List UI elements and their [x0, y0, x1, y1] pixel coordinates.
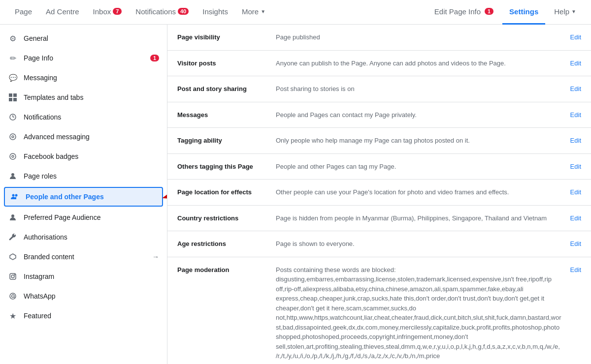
nav-notifications[interactable]: Notifications 40 [129, 0, 196, 25]
settings-row: Age restrictionsPage is shown to everyon… [167, 231, 591, 257]
svg-marker-17 [10, 254, 16, 260]
settings-edit-button[interactable]: Edit [561, 162, 581, 170]
people-icon [10, 192, 20, 202]
settings-label: Page visibility [177, 32, 276, 41]
nav-page[interactable]: Page [8, 0, 39, 25]
sidebar-item-facebook-badges[interactable]: Facebook badges [0, 147, 167, 166]
settings-row: Country restrictionsPage is hidden from … [167, 206, 591, 232]
badges-icon [8, 152, 18, 161]
sidebar-item-authorisations[interactable]: Authorisations [0, 227, 167, 247]
settings-value: Page published [276, 32, 561, 42]
sidebar-label-facebook-badges: Facebook badges [24, 152, 159, 160]
settings-value: Anyone can publish to the Page. Anyone c… [276, 59, 561, 68]
settings-edit-button[interactable]: Edit [561, 265, 581, 273]
nav-more[interactable]: More ▼ [235, 0, 272, 25]
sidebar-item-instagram[interactable]: Instagram [0, 267, 167, 286]
settings-row: Visitor postsAnyone can publish to the P… [167, 51, 591, 77]
nav-inbox-label: Inbox [93, 7, 111, 16]
nav-ad-centre[interactable]: Ad Centre [39, 0, 86, 25]
settings-value: Page is shown to everyone. [276, 239, 561, 249]
settings-edit-button[interactable]: Edit [561, 136, 581, 144]
settings-value: People and other Pages can tag my Page. [276, 162, 561, 172]
nav-edit-page-badge: 1 [485, 8, 493, 15]
nav-more-label: More [242, 7, 259, 16]
chevron-down-icon: ▼ [571, 9, 576, 14]
nav-ad-centre-label: Ad Centre [46, 7, 79, 16]
sidebar-item-preferred-audience[interactable]: Preferred Page Audience [0, 208, 167, 227]
svg-point-10 [12, 155, 14, 157]
settings-label: Page location for effects [177, 187, 276, 196]
nav-settings[interactable]: Settings [502, 0, 545, 25]
settings-value: Posts containing these words are blocked… [276, 265, 561, 361]
top-nav: Page Ad Centre Inbox 7 Notifications 40 … [0, 0, 591, 25]
sidebar-label-preferred-audience: Preferred Page Audience [24, 213, 159, 221]
settings-value: Only people who help manage my Page can … [276, 136, 561, 146]
settings-edit-button[interactable]: Edit [561, 84, 581, 92]
sidebar-label-advanced-messaging: Advanced messaging [24, 133, 159, 141]
settings-row: Page visibilityPage publishedEdit [167, 25, 591, 51]
settings-label: Country restrictions [177, 213, 276, 222]
sidebar-item-messaging[interactable]: 💬 Messaging [0, 68, 167, 88]
settings-edit-button[interactable]: Edit [561, 110, 581, 119]
person-icon [8, 171, 18, 181]
svg-point-12 [12, 194, 15, 197]
audience-icon [8, 212, 18, 222]
sidebar-active-wrapper: People and other Pages [0, 187, 167, 207]
sidebar-label-templates: Templates and tabs [24, 93, 159, 101]
sidebar: ⚙ General ✏ Page Info 1 💬 Messaging Temp… [0, 25, 167, 364]
settings-row: Others tagging this PagePeople and other… [167, 154, 591, 180]
instagram-icon [8, 272, 18, 281]
settings-edit-button[interactable]: Edit [561, 59, 581, 67]
svg-point-19 [11, 275, 14, 278]
nav-settings-label: Settings [509, 7, 538, 16]
sidebar-label-page-roles: Page roles [24, 172, 159, 180]
sidebar-item-featured[interactable]: ★ Featured [0, 306, 167, 326]
settings-edit-button[interactable]: Edit [561, 32, 581, 41]
sidebar-label-page-info: Page Info [24, 54, 142, 62]
settings-value: Page is hidden from people in Myanmar (B… [276, 213, 561, 223]
sidebar-label-authorisations: Authorisations [24, 233, 159, 241]
settings-label: Post and story sharing [177, 84, 276, 92]
svg-point-7 [10, 134, 16, 140]
nav-insights[interactable]: Insights [196, 0, 235, 25]
sidebar-item-page-info[interactable]: ✏ Page Info 1 [0, 48, 167, 68]
sidebar-label-branded-content: Branded content [24, 253, 146, 261]
messaging-icon: 💬 [8, 73, 18, 83]
svg-point-8 [12, 136, 14, 138]
nav-edit-page[interactable]: Edit Page Info 1 [427, 0, 500, 25]
svg-point-21 [10, 293, 16, 299]
settings-edit-button[interactable]: Edit [561, 239, 581, 247]
nav-help[interactable]: Help ▼ [547, 0, 583, 25]
chevron-down-icon: ▼ [261, 9, 265, 14]
sidebar-item-page-roles[interactable]: Page roles [0, 166, 167, 186]
pencil-icon: ✏ [8, 53, 18, 63]
settings-label: Visitor posts [177, 59, 276, 67]
settings-label: Age restrictions [177, 239, 276, 247]
settings-label: Page moderation [177, 265, 276, 273]
sidebar-item-advanced-messaging[interactable]: Advanced messaging [0, 127, 167, 147]
settings-edit-button[interactable]: Edit [561, 213, 581, 222]
settings-value: Post sharing to stories is on [276, 84, 561, 94]
templates-icon [8, 92, 18, 102]
sidebar-badge-page-info: 1 [150, 55, 159, 61]
svg-rect-1 [13, 93, 17, 97]
sidebar-item-branded-content[interactable]: Branded content → [0, 247, 167, 267]
settings-edit-button[interactable]: Edit [561, 187, 581, 196]
sidebar-item-general[interactable]: ⚙ General [0, 29, 167, 48]
sidebar-item-notifications[interactable]: Notifications [0, 107, 167, 127]
settings-list: Page visibilityPage publishedEditVisitor… [167, 25, 591, 364]
sidebar-label-general: General [24, 34, 159, 42]
settings-row: Post and story sharingPost sharing to st… [167, 76, 591, 102]
sidebar-item-whatsapp[interactable]: WhatsApp [0, 286, 167, 306]
sidebar-item-templates[interactable]: Templates and tabs [0, 88, 167, 107]
star-icon: ★ [8, 311, 18, 321]
sidebar-item-people-pages[interactable]: People and other Pages [4, 187, 163, 207]
svg-point-16 [11, 214, 14, 217]
advanced-messaging-icon [8, 132, 18, 142]
nav-inbox-badge: 7 [113, 8, 122, 15]
main-layout: ⚙ General ✏ Page Info 1 💬 Messaging Temp… [0, 25, 591, 364]
nav-inbox[interactable]: Inbox 7 [86, 0, 129, 25]
svg-rect-0 [9, 93, 12, 97]
whatsapp-icon [8, 291, 18, 301]
nav-page-label: Page [15, 7, 32, 16]
